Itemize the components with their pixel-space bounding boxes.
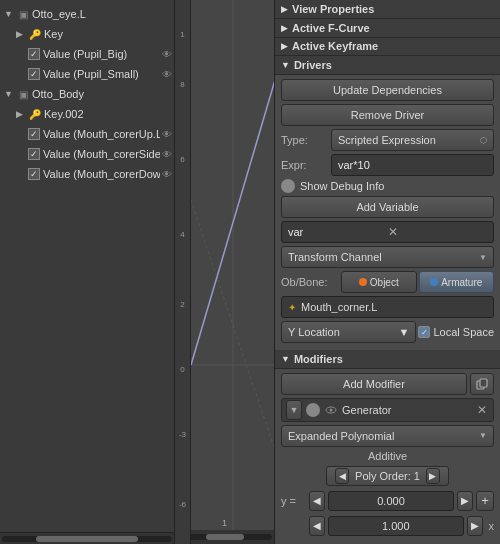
poly-y-row: y = ◀ 0.000 ▶ + bbox=[281, 490, 494, 512]
poly-order-field[interactable]: ◀ Poly Order: 1 ▶ bbox=[326, 466, 449, 486]
val2-increase[interactable]: ▶ bbox=[467, 516, 483, 536]
tree-item-pupil-big[interactable]: Value (Pupil_Big) 👁 bbox=[0, 44, 174, 64]
location-dropdown[interactable]: Y Location ▼ bbox=[281, 321, 416, 343]
expr-label: Expr: bbox=[281, 159, 331, 171]
local-space-label: Local Space bbox=[433, 326, 494, 338]
section-arrow: ▼ bbox=[281, 354, 290, 364]
clear-var-button[interactable]: ✕ bbox=[388, 225, 488, 239]
channel-value: Transform Channel bbox=[288, 251, 382, 263]
add-modifier-button[interactable]: Add Modifier bbox=[281, 373, 467, 395]
variable-name-input[interactable]: var ✕ bbox=[281, 221, 494, 243]
tree-label: Value (Mouth_corerSide.L) bbox=[43, 148, 160, 160]
scene-tree-panel: ▼ ▣ Otto_eye.L ▶ 🔑 Key Value (Pupil_Big)… bbox=[0, 0, 175, 544]
bone-name-field[interactable]: ✦ Mouth_corner.L bbox=[281, 296, 494, 318]
visibility-checkbox[interactable] bbox=[28, 68, 40, 80]
additive-label: Additive bbox=[368, 450, 407, 462]
visibility-checkbox[interactable] bbox=[28, 148, 40, 160]
section-title: Modifiers bbox=[294, 353, 343, 365]
y-equals-label: y = bbox=[281, 495, 306, 507]
bone-value: Mouth_corner.L bbox=[301, 301, 377, 313]
poly-x-row: ◀ 1.000 ▶ x bbox=[281, 515, 494, 537]
active-keyframe-header[interactable]: ▶ Active Keyframe bbox=[275, 38, 500, 57]
tree-item-mouth-side[interactable]: Value (Mouth_corerSide.L) 👁 bbox=[0, 144, 174, 164]
drivers-header[interactable]: ▼ Drivers bbox=[275, 56, 500, 75]
tree-item-mouth-up[interactable]: Value (Mouth_corerUp.L) 👁 bbox=[0, 124, 174, 144]
object-button[interactable]: Object bbox=[341, 271, 417, 293]
view-properties-header[interactable]: ▶ View Properties bbox=[275, 0, 500, 19]
type-dropdown[interactable]: Scripted Expression ⬡ bbox=[331, 129, 494, 151]
poly-value2: 1.000 bbox=[382, 520, 410, 532]
tree-label: Value (Pupil_Big) bbox=[43, 48, 160, 60]
tree-item-pupil-small[interactable]: Value (Pupil_Small) 👁 bbox=[0, 64, 174, 84]
add-variable-button[interactable]: Add Variable bbox=[281, 196, 494, 218]
armature-button[interactable]: Armature bbox=[419, 271, 495, 293]
remove-driver-button[interactable]: Remove Driver bbox=[281, 104, 494, 126]
eye-icon[interactable]: 👁 bbox=[160, 47, 174, 61]
tree-item-mouth-down[interactable]: Value (Mouth_corerDown.L) 👁 bbox=[0, 164, 174, 184]
poly-value1: 0.000 bbox=[377, 495, 405, 507]
tree-item-key002[interactable]: ▶ 🔑 Key.002 bbox=[0, 104, 174, 124]
tree-label: Key bbox=[44, 28, 174, 40]
horizontal-scrollbar[interactable] bbox=[0, 532, 174, 544]
poly-order-increase[interactable]: ▶ bbox=[426, 468, 440, 484]
modifier-delete-button[interactable]: ✕ bbox=[475, 403, 489, 417]
generator-modifier-row: ▼ Generator ✕ bbox=[281, 398, 494, 422]
type-row: Type: Scripted Expression ⬡ bbox=[281, 129, 494, 151]
object-icon: ▣ bbox=[16, 87, 30, 101]
poly-value1-field[interactable]: 0.000 bbox=[328, 491, 454, 511]
ob-bone-label: Ob/Bone: bbox=[281, 276, 341, 288]
tree-item-otto-body[interactable]: ▼ ▣ Otto_Body bbox=[0, 84, 174, 104]
timeline-area: 1 8 6 4 2 0 -3 -6 1 bbox=[175, 0, 275, 544]
expand-arrow: ▼ bbox=[4, 9, 16, 19]
add-term-button[interactable]: + bbox=[476, 491, 494, 511]
active-fcurve-header[interactable]: ▶ Active F-Curve bbox=[275, 19, 500, 38]
local-space-toggle[interactable]: Local Space bbox=[418, 326, 494, 338]
visibility-checkbox[interactable] bbox=[28, 128, 40, 140]
object-dot-icon bbox=[359, 278, 367, 286]
ob-bone-row: Ob/Bone: Object Armature bbox=[281, 271, 494, 293]
modifier-expand-arrow[interactable]: ▼ bbox=[286, 400, 302, 420]
poly-order-decrease[interactable]: ◀ bbox=[335, 468, 349, 484]
val1-decrease[interactable]: ◀ bbox=[309, 491, 325, 511]
object-label: Object bbox=[370, 277, 399, 288]
var-value: var bbox=[288, 226, 388, 238]
section-arrow: ▶ bbox=[281, 4, 288, 14]
modifier-eye-icon[interactable] bbox=[324, 403, 338, 417]
scrollbar-thumb[interactable] bbox=[36, 536, 138, 542]
local-space-checkbox[interactable] bbox=[418, 326, 430, 338]
object-icon: ▣ bbox=[16, 7, 30, 21]
tree-item-otto-eye-l[interactable]: ▼ ▣ Otto_eye.L bbox=[0, 4, 174, 24]
eye-icon[interactable]: 👁 bbox=[160, 167, 174, 181]
visibility-checkbox[interactable] bbox=[28, 48, 40, 60]
channel-dropdown[interactable]: Transform Channel ▼ bbox=[281, 246, 494, 268]
modifiers-header[interactable]: ▼ Modifiers bbox=[275, 350, 500, 369]
tree-item-key[interactable]: ▶ 🔑 Key bbox=[0, 24, 174, 44]
poly-value2-field[interactable]: 1.000 bbox=[328, 516, 464, 536]
generator-type-dropdown[interactable]: Expanded Polynomial ▼ bbox=[281, 425, 494, 447]
expand-arrow: ▶ bbox=[16, 29, 28, 39]
eye-icon[interactable]: 👁 bbox=[160, 147, 174, 161]
section-title: View Properties bbox=[292, 3, 374, 15]
dropdown-arrow: ⬡ bbox=[480, 136, 487, 145]
tree-label: Value (Mouth_corerDown.L) bbox=[43, 168, 160, 180]
modifier-toggle-dot[interactable] bbox=[306, 403, 320, 417]
tree-label: Value (Mouth_corerUp.L) bbox=[43, 128, 160, 140]
val1-increase[interactable]: ▶ bbox=[457, 491, 473, 511]
val2-decrease[interactable]: ◀ bbox=[309, 516, 325, 536]
expr-row: Expr: var*10 bbox=[281, 154, 494, 176]
modifier-extra-button[interactable] bbox=[470, 373, 494, 395]
visibility-checkbox[interactable] bbox=[28, 168, 40, 180]
scrollbar-thumb[interactable] bbox=[206, 534, 244, 540]
add-modifier-row: Add Modifier bbox=[281, 373, 494, 395]
section-title: Active F-Curve bbox=[292, 22, 370, 34]
expand-arrow: ▼ bbox=[4, 89, 16, 99]
poly-order-row: ◀ Poly Order: 1 ▶ bbox=[281, 465, 494, 487]
location-value: Y Location bbox=[288, 326, 340, 338]
section-arrow: ▶ bbox=[281, 41, 288, 51]
eye-icon[interactable]: 👁 bbox=[160, 67, 174, 81]
expr-input[interactable]: var*10 bbox=[331, 154, 494, 176]
scrollbar-track bbox=[177, 534, 272, 540]
update-dependencies-button[interactable]: Update Dependencies bbox=[281, 79, 494, 101]
eye-icon[interactable]: 👁 bbox=[160, 127, 174, 141]
debug-toggle[interactable] bbox=[281, 179, 295, 193]
